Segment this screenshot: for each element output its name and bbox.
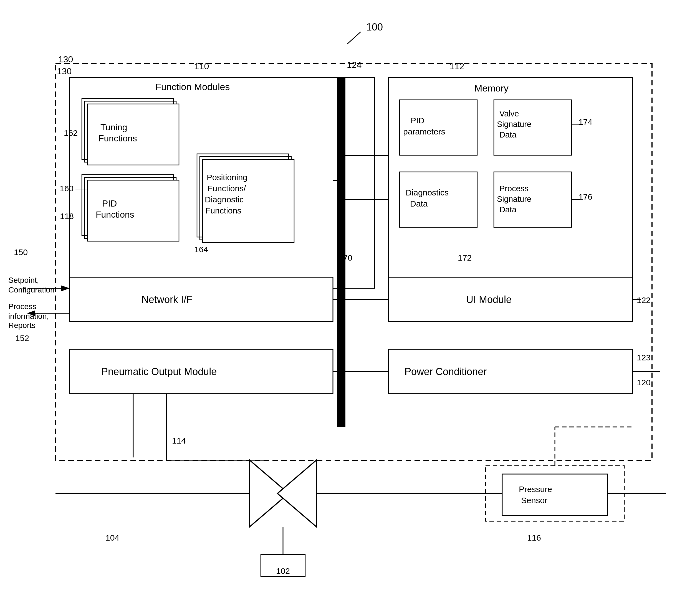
memory-label: Memory (474, 83, 509, 93)
power-conditioner-label: Power Conditioner (404, 366, 487, 377)
svg-line-0 (347, 32, 361, 44)
ref-162: 162 (64, 128, 78, 138)
proc-sig-label3: Data (499, 205, 516, 214)
pos-label4: Functions (205, 206, 241, 215)
ref-150: 150 (14, 247, 28, 257)
config-label: Configuration (8, 285, 55, 294)
pid-functions-label: PID (102, 198, 117, 208)
diag-label1: Diagnostics (405, 188, 449, 197)
ref-118: 118 (60, 211, 74, 221)
diagram: 100 130 Function Modules 110 Tuning Func… (0, 0, 700, 616)
ref-122: 122 (637, 296, 651, 305)
ref-114: 114 (172, 436, 186, 445)
ref-164: 164 (194, 245, 208, 254)
pos-label1: Positioning (207, 173, 248, 182)
bus-line (337, 78, 346, 327)
ref-104: 104 (105, 533, 119, 542)
pid-params-label1: PID (411, 116, 425, 125)
bus-lower (337, 327, 346, 427)
network-if-label: Network I/F (141, 294, 192, 305)
tuning-functions-label: Tuning (100, 122, 127, 132)
outer-box-ref2: 130 (57, 66, 72, 76)
tuning-functions-label2: Functions (99, 133, 137, 143)
valve-sig-label3: Data (499, 130, 516, 139)
proc-sig-label1: Process (499, 184, 528, 193)
pressure-sensor-label2: Sensor (521, 496, 547, 505)
process-info-label2: information, (8, 312, 49, 320)
ref-124: 124 (347, 60, 362, 70)
pid-params-label2: parameters (403, 127, 445, 136)
reports-label: Reports (8, 321, 36, 330)
ref-123: 123 (637, 353, 651, 362)
valve-triangle-right (277, 460, 316, 527)
pos-label2: Functions/ (208, 184, 246, 193)
ref-102: 102 (276, 566, 290, 576)
memory-ref: 112 (449, 61, 464, 71)
proc-sig-label2: Signature (497, 195, 531, 204)
ref-172: 172 (458, 253, 472, 262)
setpoint-label: Setpoint, (8, 276, 39, 284)
outer-box-ref: 130 (58, 54, 73, 64)
main-ref-label: 100 (366, 21, 383, 33)
ref-116: 116 (527, 533, 541, 542)
pid-functions-label2: Functions (96, 209, 134, 220)
valve-sig-label1: Valve (499, 109, 519, 118)
pos-label3: Diagnostic (205, 195, 243, 204)
diag-label2: Data (410, 199, 428, 208)
pneumatic-label: Pneumatic Output Module (101, 366, 217, 377)
ref-152: 152 (15, 334, 29, 343)
pressure-sensor-box (502, 474, 608, 516)
ref-174: 174 (578, 117, 592, 126)
function-modules-label: Function Modules (155, 81, 230, 92)
ui-module-label: UI Module (466, 294, 512, 305)
function-modules-ref: 110 (194, 61, 209, 71)
ref-176: 176 (578, 192, 592, 201)
process-info-label1: Process (8, 302, 36, 311)
network-if-box (70, 277, 333, 322)
ref-160: 160 (60, 184, 74, 193)
pressure-sensor-label1: Pressure (519, 485, 552, 494)
ref-170: 170 (338, 253, 352, 262)
valve-sig-label2: Signature (497, 120, 531, 129)
ref-120: 120 (637, 378, 651, 387)
